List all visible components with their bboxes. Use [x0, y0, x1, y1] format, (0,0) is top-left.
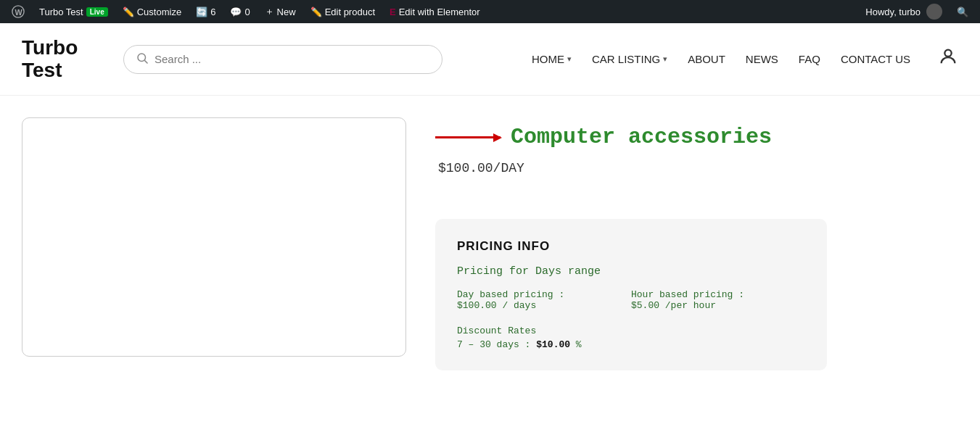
- customize-button[interactable]: ✏️ Customize: [117, 0, 187, 23]
- user-account-icon[interactable]: [938, 46, 958, 72]
- discount-amount: $10.00: [536, 339, 570, 350]
- nav-home[interactable]: HOME ▾: [532, 53, 572, 65]
- wp-logo-button[interactable]: W: [6, 0, 30, 23]
- hour-pricing-value: $5.00 /per hour: [631, 300, 805, 311]
- search-bar: [123, 45, 442, 74]
- nav-contact[interactable]: CONTACT US: [841, 53, 910, 65]
- discount-value: 7 – 30 days : $10.00 %: [457, 339, 805, 350]
- discount-unit: %: [576, 339, 582, 350]
- site-nav: HOME ▾ CAR LISTING ▾ ABOUT NEWS FAQ CONT…: [532, 46, 958, 72]
- search-input[interactable]: [155, 53, 430, 65]
- pricing-info-title: PRICING INFO: [457, 239, 805, 254]
- home-chevron-down-icon: ▾: [567, 54, 572, 64]
- nav-news-label: NEWS: [746, 53, 778, 65]
- pricing-grid: Day based pricing : $100.00 / days Hour …: [457, 289, 805, 311]
- user-avatar-small: [926, 4, 942, 20]
- howdy-text: Howdy, turbo: [860, 0, 948, 23]
- nav-about[interactable]: ABOUT: [688, 53, 725, 65]
- updates-button[interactable]: 🔄 6: [190, 0, 221, 23]
- discount-label: Discount Rates: [457, 325, 805, 336]
- nav-contact-label: CONTACT US: [841, 53, 910, 65]
- product-image-box: [22, 117, 406, 357]
- admin-search-button[interactable]: 🔍: [951, 0, 974, 23]
- admin-bar: W Turbo Test Live ✏️ Customize 🔄 6 💬 0 ＋…: [0, 0, 980, 23]
- product-image-wrap: [22, 117, 413, 407]
- product-price: $100.00/DAY: [435, 161, 936, 175]
- nav-faq-label: FAQ: [799, 53, 820, 65]
- site-name-label: Turbo Test: [39, 7, 83, 17]
- arrow-right-icon: [435, 136, 501, 138]
- product-info: Computer accessories $100.00/DAY PRICING…: [413, 117, 958, 407]
- product-title: Computer accessories: [511, 125, 772, 149]
- pricing-info-box: PRICING INFO Pricing for Days range Day …: [435, 219, 827, 370]
- pencil-icon: ✏️: [123, 7, 134, 17]
- nav-news[interactable]: NEWS: [746, 53, 778, 65]
- nav-car-listing[interactable]: CAR LISTING ▾: [592, 53, 667, 65]
- day-pricing-value: $100.00 / days: [457, 300, 631, 311]
- site-header: Turbo Test HOME ▾ CAR LISTING ▾ ABOUT NE: [0, 23, 980, 96]
- new-button[interactable]: ＋ New: [259, 0, 302, 23]
- pricing-range-label: Pricing for Days range: [457, 265, 805, 278]
- svg-line-3: [144, 60, 147, 63]
- admin-search-icon: 🔍: [957, 7, 968, 17]
- logo-line2: Test: [22, 59, 109, 82]
- comments-icon: 💬: [230, 7, 242, 17]
- discount-range: 7 – 30 days :: [457, 339, 530, 350]
- day-pricing-label: Day based pricing :: [457, 289, 631, 300]
- nav-about-label: ABOUT: [688, 53, 725, 65]
- site-logo[interactable]: Turbo Test: [22, 37, 109, 82]
- svg-text:W: W: [15, 8, 23, 17]
- nav-faq[interactable]: FAQ: [799, 53, 820, 65]
- plus-icon: ＋: [265, 5, 274, 18]
- refresh-icon: 🔄: [196, 7, 207, 17]
- main-content: Computer accessories $100.00/DAY PRICING…: [0, 96, 980, 429]
- edit-elementor-label: Edit with Elementor: [399, 7, 480, 17]
- car-listing-chevron-down-icon: ▾: [663, 54, 667, 64]
- edit-product-label: Edit product: [325, 7, 375, 17]
- customize-label: Customize: [137, 7, 181, 17]
- nav-car-listing-label: CAR LISTING: [592, 53, 660, 65]
- comments-button[interactable]: 💬 0: [224, 0, 255, 23]
- updates-count: 6: [210, 7, 215, 17]
- logo-line1: Turbo: [22, 37, 109, 59]
- search-icon: [136, 51, 149, 67]
- admin-bar-right: Howdy, turbo 🔍: [860, 0, 974, 23]
- comments-count: 0: [244, 7, 250, 17]
- new-label: New: [277, 7, 296, 17]
- product-title-row: Computer accessories: [435, 125, 936, 149]
- hour-pricing-label: Hour based pricing :: [631, 289, 805, 300]
- svg-point-4: [944, 50, 951, 57]
- svg-point-2: [138, 54, 146, 62]
- search-bar-wrap: [123, 45, 442, 74]
- nav-home-label: HOME: [532, 53, 564, 65]
- elementor-icon: E: [390, 7, 396, 17]
- edit-product-button[interactable]: ✏️ Edit product: [305, 0, 381, 23]
- edit-icon: ✏️: [310, 7, 322, 17]
- edit-elementor-button[interactable]: E Edit with Elementor: [384, 0, 486, 23]
- live-badge: Live: [86, 7, 108, 17]
- site-name-button[interactable]: Turbo Test Live: [33, 0, 114, 23]
